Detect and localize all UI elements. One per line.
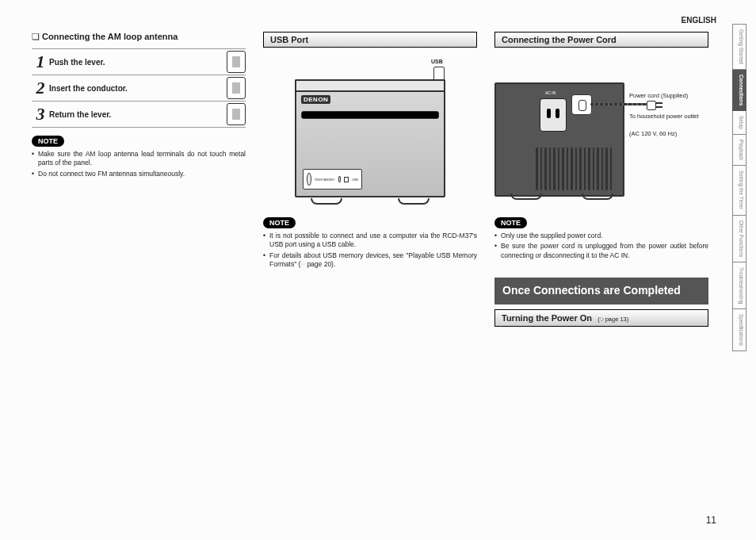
- note-item: Do not connect two FM antennas simultane…: [32, 170, 246, 178]
- standby-label: ON/STANDBY: [315, 178, 335, 182]
- step-2: 2 Insert the conductor.: [32, 75, 246, 101]
- disc-slot-icon: [301, 111, 439, 119]
- completion-heading: Once Connections are Completed: [494, 278, 708, 304]
- page-content: Connecting the AM loop antenna 1 Push th…: [32, 16, 732, 327]
- rear-vent-icon: [536, 147, 620, 190]
- am-heading: Connecting the AM loop antenna: [32, 32, 246, 42]
- device-front-illustration: USB DENON ON/STANDBY USB: [287, 59, 453, 209]
- col-usb-port: USB Port USB DENON ON/STANDBY USB: [263, 32, 477, 327]
- page-number: 11: [706, 515, 716, 526]
- power-on-heading: Turning the Power On (☞page 13): [494, 309, 708, 327]
- tab-connections[interactable]: Connections: [732, 70, 746, 111]
- col-am-antenna: Connecting the AM loop antenna 1 Push th…: [32, 16, 246, 327]
- step-number: 2: [32, 78, 49, 98]
- note-item: Be sure the power cord is unplugged from…: [494, 242, 708, 260]
- plug-prong-icon: [655, 106, 662, 108]
- tab-other-functions[interactable]: Other Functions: [732, 216, 746, 262]
- note-item: Make sure the AM loop antenna lead termi…: [32, 150, 246, 168]
- note-item: It is not possible to connect and use a …: [263, 232, 477, 250]
- ac-inlet-icon: [540, 98, 567, 132]
- note-list: Only use the supplied power cord. Be sur…: [494, 232, 708, 260]
- rear-panel: AC IN: [494, 82, 624, 197]
- ac-rating-label: (AC 120 V, 60 Hz): [629, 130, 677, 137]
- step-3: 3 Return the lever.: [32, 101, 246, 128]
- device-rear-illustration: AC IN Power cord (Supplied): [494, 59, 701, 209]
- tab-specifications[interactable]: Specifications: [732, 309, 746, 351]
- page-ref: (☞page 13): [598, 316, 628, 323]
- tab-getting-started[interactable]: Getting Started: [732, 24, 746, 70]
- note-item: For details about USB memory devices, se…: [263, 251, 477, 270]
- note-list: Make sure the AM loop antenna lead termi…: [32, 150, 246, 178]
- power-cord-icon: [590, 103, 647, 105]
- tab-playback[interactable]: Playback: [732, 135, 746, 166]
- manual-page: ENGLISH Connecting the AM loop antenna 1…: [0, 0, 756, 540]
- headphone-jack-icon: [338, 176, 342, 182]
- lever-return-icon: [227, 103, 246, 125]
- power-knob-icon: [307, 173, 311, 186]
- step-text: Insert the conductor.: [49, 84, 227, 93]
- tab-setting-timer[interactable]: Setting the Timer: [732, 166, 746, 215]
- note-badge: NOTE: [494, 217, 527, 228]
- am-steps: 1 Push the lever. 2 Insert the conductor…: [32, 48, 246, 128]
- device-foot-icon: [398, 198, 430, 205]
- insert-conductor-icon: [227, 77, 246, 99]
- step-1: 1 Push the lever.: [32, 48, 246, 75]
- note-badge: NOTE: [263, 217, 296, 228]
- device-foot-icon: [582, 193, 613, 200]
- tab-troubleshooting[interactable]: Troubleshooting: [732, 262, 746, 309]
- to-outlet-label: To household power outlet: [629, 113, 701, 120]
- section-tabs: Getting Started Connections Setup Playba…: [732, 24, 746, 351]
- step-text: Push the lever.: [49, 58, 227, 67]
- power-on-text: Turning the Power On: [502, 313, 592, 323]
- ac-in-label: AC IN: [545, 90, 556, 95]
- lever-push-icon: [227, 51, 246, 73]
- col-power-cord: Connecting the Power Cord AC IN: [494, 32, 708, 327]
- step-number: 1: [32, 52, 49, 72]
- language-label: ENGLISH: [682, 16, 716, 25]
- plug-prong-icon: [655, 102, 662, 104]
- device-foot-icon: [510, 193, 542, 200]
- usb-port-label: USB: [352, 178, 358, 182]
- plug-connector-icon: [571, 94, 592, 115]
- usb-callout-label: USB: [431, 59, 443, 64]
- device-body: DENON ON/STANDBY USB: [295, 90, 445, 197]
- note-badge: NOTE: [32, 136, 64, 147]
- power-heading: Connecting the Power Cord: [494, 32, 708, 48]
- tab-setup[interactable]: Setup: [732, 111, 746, 135]
- cord-supplied-label: Power cord (Supplied): [629, 92, 688, 99]
- step-number: 3: [32, 104, 49, 124]
- brand-label: DENON: [301, 95, 330, 104]
- usb-port-icon: [344, 177, 348, 182]
- usb-heading: USB Port: [263, 32, 477, 48]
- front-controls: ON/STANDBY USB: [303, 169, 362, 190]
- note-item: Only use the supplied power cord.: [494, 232, 708, 240]
- device-foot-icon: [311, 198, 342, 205]
- step-text: Return the lever.: [49, 110, 227, 119]
- note-list: It is not possible to connect and use a …: [263, 232, 477, 270]
